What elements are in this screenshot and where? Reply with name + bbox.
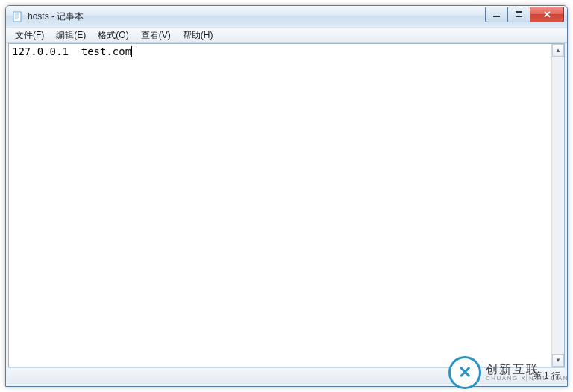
chevron-up-icon: ▲ [555,47,561,54]
window-controls: ✕ [485,7,564,22]
menu-edit[interactable]: 编辑(E) [50,28,92,42]
scroll-down-button[interactable]: ▼ [552,354,564,367]
maximize-button[interactable] [507,7,530,22]
editor-content: 127.0.0.1 test.com [12,45,131,57]
status-separator [526,371,527,382]
editor-area: 127.0.0.1 test.com ▲ ▼ [8,43,565,367]
close-button[interactable]: ✕ [530,7,564,22]
minimize-button[interactable] [485,7,507,22]
window-title: hosts - 记事本 [28,10,84,23]
chevron-down-icon: ▼ [555,357,561,364]
minimize-icon [493,16,500,17]
maximize-icon [516,11,522,17]
vertical-scrollbar[interactable]: ▲ ▼ [551,44,564,367]
scroll-up-button[interactable]: ▲ [552,44,564,57]
notepad-icon [12,11,24,23]
menu-file[interactable]: 文件(F) [9,28,50,42]
menu-format[interactable]: 格式(O) [92,28,134,42]
close-icon: ✕ [543,10,551,19]
menu-view[interactable]: 查看(V) [135,28,177,42]
menubar: 文件(F) 编辑(E) 格式(O) 查看(V) 帮助(H) [6,28,567,43]
menu-help[interactable]: 帮助(H) [177,28,219,42]
titlebar[interactable]: hosts - 记事本 ✕ [6,6,567,28]
text-editor[interactable]: 127.0.0.1 test.com [9,44,551,367]
text-caret [131,46,132,57]
statusbar: 第 1 行 [8,367,565,384]
notepad-window: hosts - 记事本 ✕ 文件(F) 编辑(E) 格式(O) 查看(V) 帮助… [5,5,568,387]
cursor-position: 第 1 行 [533,370,560,382]
